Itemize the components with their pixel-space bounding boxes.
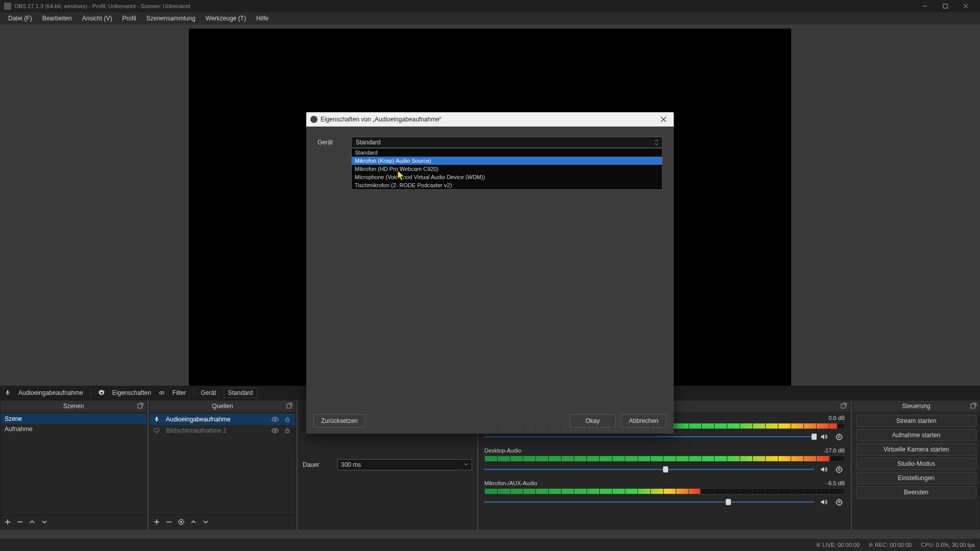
control-button[interactable]: Aufnahme starten bbox=[856, 429, 976, 441]
menu-item[interactable]: Ansicht (V) bbox=[77, 12, 117, 24]
source-row[interactable]: Audioeingabeaufnahme bbox=[150, 414, 296, 425]
controls-dock: Steuerung Stream startenAufnahme starten… bbox=[852, 400, 980, 530]
menu-item[interactable]: Bearbeiten bbox=[37, 12, 77, 24]
window-title: OBS 27.1.3 (64-bit, windows) - Profil: U… bbox=[14, 3, 190, 9]
properties-dialog: Eigenschaften von „Audioeingabeaufnahme“… bbox=[306, 112, 674, 434]
context-source-name: Audioeingabeaufnahme bbox=[18, 389, 83, 396]
gear-icon[interactable] bbox=[834, 431, 845, 442]
level-meter bbox=[484, 456, 845, 462]
mic-icon bbox=[154, 416, 162, 422]
add-icon[interactable] bbox=[154, 519, 161, 526]
close-icon[interactable] bbox=[657, 114, 670, 124]
down-icon[interactable] bbox=[203, 519, 210, 526]
status-bar: LIVE: 00:00:00 REC: 00:00:00 CPU: 0.6%, … bbox=[0, 539, 980, 551]
sources-list[interactable]: AudioeingabeaufnahmeBildschirmaufnahme 2 bbox=[150, 412, 296, 515]
minimize-button[interactable] bbox=[915, 0, 935, 12]
duration-label: Dauer bbox=[303, 461, 333, 468]
dialog-footer: Zurücksetzen Okay Abbrechen bbox=[306, 412, 674, 434]
combo-option[interactable]: Tischmikrofon (2- RODE Podcaster v2) bbox=[352, 181, 662, 189]
remove-icon[interactable] bbox=[17, 519, 24, 526]
speaker-icon[interactable] bbox=[818, 496, 829, 508]
dialog-titlebar[interactable]: Eigenschaften von „Audioeingabeaufnahme“ bbox=[306, 112, 674, 127]
level-meter bbox=[484, 488, 845, 494]
scene-row[interactable]: Szene bbox=[1, 414, 146, 424]
dialog-body: Gerät Standard StandardMikrofon (Krisp) … bbox=[306, 127, 674, 412]
add-icon[interactable] bbox=[5, 519, 12, 526]
dock-toolbar bbox=[1, 515, 146, 529]
chevron-down-icon bbox=[463, 462, 469, 467]
reset-button[interactable]: Zurücksetzen bbox=[313, 414, 365, 428]
up-icon[interactable] bbox=[29, 519, 36, 526]
control-button[interactable]: Studio-Modus bbox=[856, 458, 976, 470]
combo-option[interactable]: Microphone (Voicemod Virtual Audio Devic… bbox=[352, 173, 662, 181]
source-name: Bildschirmaufnahme 2 bbox=[166, 427, 267, 434]
source-row[interactable]: Bildschirmaufnahme 2 bbox=[150, 425, 296, 436]
close-button[interactable] bbox=[955, 0, 976, 12]
combo-option[interactable]: Mikrofon (Krisp) Audio Source) bbox=[352, 157, 662, 165]
channel-db: -17.0 dB bbox=[823, 447, 845, 454]
title-bar: OBS 27.1.3 (64-bit, windows) - Profil: U… bbox=[0, 0, 980, 12]
svg-point-12 bbox=[838, 436, 840, 438]
filter-link[interactable]: Filter bbox=[173, 389, 186, 396]
duration-value: 300 ms bbox=[341, 461, 361, 468]
visibility-icon[interactable] bbox=[271, 415, 279, 423]
remove-icon[interactable] bbox=[166, 519, 173, 526]
combo-selected[interactable]: Standard bbox=[351, 137, 663, 148]
gear-icon[interactable] bbox=[834, 496, 845, 508]
maximize-button[interactable] bbox=[935, 0, 955, 12]
menu-bar: Datei (F)BearbeitenAnsicht (V)ProfilSzen… bbox=[0, 12, 980, 24]
menu-item[interactable]: Szenensammlung bbox=[141, 12, 201, 24]
scenes-dock: Szenen SzeneAufnahme bbox=[0, 400, 147, 530]
context-device-value: Standard bbox=[224, 388, 258, 398]
mixer-channel: Desktop-Audio-17.0 dB bbox=[484, 447, 845, 475]
gear-icon[interactable] bbox=[178, 519, 185, 526]
svg-rect-0 bbox=[943, 4, 947, 8]
lock-icon[interactable] bbox=[283, 427, 291, 435]
down-icon[interactable] bbox=[41, 519, 48, 526]
menu-item[interactable]: Datei (F) bbox=[3, 12, 37, 24]
dock-title: Quellen bbox=[212, 403, 233, 410]
popout-icon[interactable] bbox=[137, 403, 143, 409]
control-button[interactable]: Beenden bbox=[856, 486, 976, 498]
popout-icon[interactable] bbox=[286, 403, 292, 409]
status-cpu: CPU: 0.6%, 30.00 fps bbox=[921, 542, 975, 548]
speaker-icon[interactable] bbox=[818, 431, 829, 442]
gear-icon bbox=[98, 389, 105, 396]
status-live: LIVE: 00:00:00 bbox=[816, 542, 860, 548]
context-device-label: Gerät bbox=[201, 389, 216, 396]
lock-icon[interactable] bbox=[283, 415, 291, 423]
control-button[interactable]: Einstellungen bbox=[856, 472, 976, 484]
channel-db: 0.0 dB bbox=[828, 415, 845, 421]
properties-link[interactable]: Eigenschaften bbox=[112, 389, 151, 396]
menu-item[interactable]: Hilfe bbox=[251, 12, 274, 24]
volume-slider[interactable] bbox=[484, 433, 814, 440]
control-button[interactable]: Virtuelle Kamera starten bbox=[856, 443, 976, 456]
up-icon[interactable] bbox=[190, 519, 198, 526]
svg-point-8 bbox=[274, 430, 276, 432]
cancel-button[interactable]: Abbrechen bbox=[621, 414, 667, 428]
volume-slider[interactable] bbox=[484, 466, 814, 473]
gear-icon[interactable] bbox=[834, 464, 845, 475]
popout-icon[interactable] bbox=[841, 403, 847, 409]
combo-option[interactable]: Mikrofon (HD Pro Webcam C920) bbox=[352, 165, 662, 173]
volume-slider[interactable] bbox=[484, 498, 814, 506]
sources-dock: Quellen AudioeingabeaufnahmeBildschirmau… bbox=[149, 400, 296, 530]
dock-title: Szenen bbox=[63, 403, 84, 410]
combo-option[interactable]: Standard bbox=[352, 148, 662, 157]
device-combo[interactable]: Standard StandardMikrofon (Krisp) Audio … bbox=[351, 137, 663, 148]
combo-dropdown[interactable]: StandardMikrofon (Krisp) Audio Source)Mi… bbox=[351, 148, 663, 190]
menu-item[interactable]: Profil bbox=[117, 12, 141, 24]
visibility-icon[interactable] bbox=[271, 427, 279, 435]
svg-rect-3 bbox=[138, 404, 142, 408]
ok-button[interactable]: Okay bbox=[570, 414, 616, 428]
control-button[interactable]: Stream starten bbox=[856, 415, 976, 427]
menu-item[interactable]: Werkzeuge (T) bbox=[201, 12, 251, 24]
chevron-updown-icon bbox=[654, 139, 659, 145]
duration-select[interactable]: 300 ms bbox=[337, 459, 472, 470]
speaker-icon[interactable] bbox=[818, 464, 829, 475]
mic-icon bbox=[4, 389, 11, 396]
popout-icon[interactable] bbox=[970, 403, 976, 409]
scene-row[interactable]: Aufnahme bbox=[1, 424, 146, 434]
scenes-list[interactable]: SzeneAufnahme bbox=[1, 412, 146, 515]
app-icon bbox=[4, 3, 11, 10]
